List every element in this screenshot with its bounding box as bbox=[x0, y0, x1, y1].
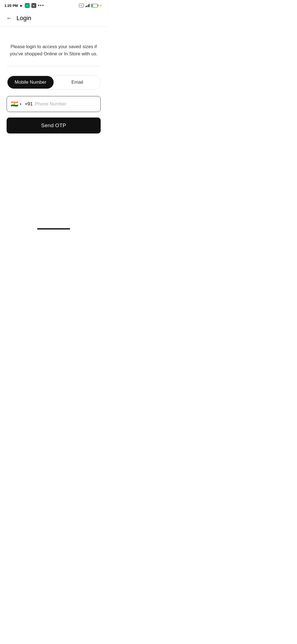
home-bar bbox=[37, 228, 70, 230]
divider bbox=[7, 66, 101, 66]
app-badge-2: fc bbox=[31, 3, 36, 8]
country-flag: 🇮🇳 bbox=[11, 101, 18, 107]
description-text: Please login to access your saved sizes … bbox=[7, 43, 101, 57]
app-badge-1: C bbox=[25, 3, 30, 8]
nav-arrow-icon: ► bbox=[20, 4, 23, 8]
status-right: ✕ ⚡ bbox=[79, 4, 103, 7]
wifi-icon bbox=[85, 4, 90, 7]
mobile-number-tab[interactable]: Mobile Number bbox=[7, 76, 54, 89]
close-icon: ✕ bbox=[79, 4, 84, 7]
status-time: 1:20 PM bbox=[4, 4, 18, 8]
battery-icon bbox=[91, 4, 98, 7]
email-tab[interactable]: Email bbox=[54, 75, 100, 89]
status-dots: ••• bbox=[38, 3, 44, 8]
send-otp-button[interactable]: Send OTP bbox=[7, 118, 101, 133]
charging-icon: ⚡ bbox=[99, 4, 103, 7]
dropdown-arrow-icon: ▼ bbox=[19, 103, 22, 106]
status-bar: 1:20 PM ► C fc ••• ✕ ⚡ bbox=[0, 0, 107, 10]
back-button[interactable]: ← bbox=[4, 13, 14, 23]
back-arrow-icon: ← bbox=[6, 15, 12, 22]
country-selector[interactable]: 🇮🇳 ▼ bbox=[11, 101, 22, 107]
header: ← Login bbox=[0, 10, 107, 27]
main-content: Please login to access your saved sizes … bbox=[0, 27, 107, 224]
country-code: +91 bbox=[25, 101, 33, 107]
phone-number-input[interactable] bbox=[35, 101, 97, 107]
phone-input-container: 🇮🇳 ▼ +91 bbox=[7, 96, 101, 112]
login-type-toggle: Mobile Number Email bbox=[7, 75, 101, 89]
home-indicator bbox=[0, 224, 107, 232]
page-title: Login bbox=[16, 15, 31, 22]
status-left: 1:20 PM ► C fc ••• bbox=[4, 3, 44, 8]
